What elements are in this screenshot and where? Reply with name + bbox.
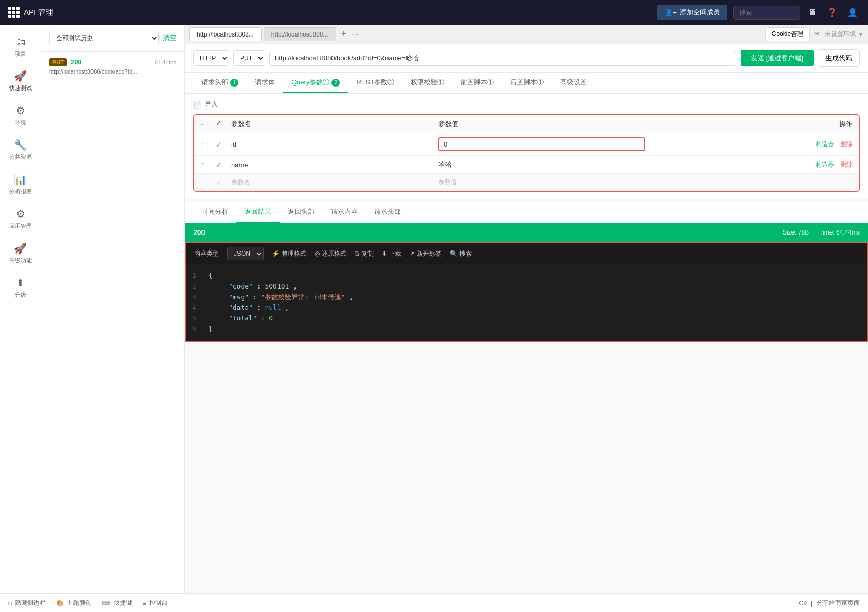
sidebar-item-upgrade[interactable]: ⬆ 升级 (3, 272, 38, 304)
url-input[interactable] (269, 51, 736, 66)
request-tabs: 请求头部1 请求体 Query参数①2 REST参数① 权限校验① 前置脚本① … (185, 73, 868, 94)
format-button[interactable]: ⚡ 整理格式 (272, 249, 306, 258)
tab-request-headers[interactable]: 请求头部1 (193, 73, 247, 93)
add-check[interactable]: ✓ (216, 178, 231, 187)
param-actions-id: 构造器 删除 (645, 140, 853, 149)
param-value-id[interactable]: 0 (438, 137, 645, 151)
env-icon: ⚙ (16, 104, 25, 117)
add-member-button[interactable]: 👤+ 添加空间成员 (657, 5, 727, 20)
sidebar-item-analytics[interactable]: 📊 分析报表 (3, 168, 38, 201)
method-select[interactable]: PUT (233, 50, 265, 66)
advanced-icon: 🚀 (14, 242, 27, 255)
grid-icon (8, 7, 20, 18)
history-select[interactable]: 全部测试历史 (49, 31, 159, 45)
sidebar-item-project[interactable]: 🗂 项目 (3, 31, 38, 63)
clear-button[interactable]: 清空 (163, 33, 176, 43)
sidebar-item-public-res[interactable]: 🔧 公共资源 (3, 134, 38, 166)
search-button[interactable]: 🔍 搜索 (450, 249, 472, 258)
logo: API 管理 (8, 7, 53, 18)
param-action-header: 操作 (645, 119, 853, 129)
code-line-2: 2 "code" : 500101 , (192, 281, 861, 292)
tab-bar-right: Cookie管理 👁 未设置环境 ▼ (765, 27, 864, 41)
share-text[interactable]: 分享给商家页面 (817, 599, 860, 607)
hide-sidebar-item[interactable]: □ 隐藏侧边栏 (8, 599, 46, 607)
copy-button[interactable]: ⧉ 复制 (355, 249, 374, 258)
sidebar-item-quick-test[interactable]: 🚀 快速测试 (3, 65, 38, 97)
delete-button-id[interactable]: 删除 (840, 140, 853, 149)
code-line-6: 6 } (192, 324, 861, 335)
history-item[interactable]: PUT 200 64.44ms http://localhost:8080/bo… (41, 52, 184, 81)
status-badge: 200 (71, 59, 81, 66)
code-area: 1 { 2 "code" : 500101 , 3 "msg" : (185, 264, 868, 342)
shortcuts-item[interactable]: ⌨ 快捷键 (102, 599, 132, 607)
tab-return-result[interactable]: 返回结果 (236, 202, 280, 223)
add-param-value-placeholder[interactable]: 参数值 (438, 178, 645, 187)
constructor-button-name[interactable]: 构造器 (816, 160, 834, 169)
gen-code-button[interactable]: 生成代码 (818, 49, 860, 67)
tab-time-analysis[interactable]: 时间分析 (193, 202, 236, 223)
param-name-name: name (231, 161, 438, 169)
drag-handle[interactable]: ≡ (200, 160, 216, 169)
restore-button[interactable]: ◎ 还原格式 (315, 249, 346, 258)
drag-handle[interactable]: ≡ (200, 140, 216, 149)
tab-more-button[interactable]: ··· (352, 30, 358, 39)
top-nav: API 管理 👤+ 添加空间成员 🖥 ❓ 👤 (0, 0, 868, 25)
content-type-select[interactable]: JSON (227, 247, 264, 260)
sidebar-item-app-mgr[interactable]: ⚙ 应用管理 (3, 203, 38, 235)
console-item[interactable]: ≡ 控制台 (142, 599, 168, 607)
public-res-icon: 🔧 (14, 139, 27, 151)
response-section: 时间分析 返回结果 返回头部 请求内容 请求头部 200 Size: 78 (185, 202, 868, 342)
download-button[interactable]: ⬇ 下载 (382, 249, 401, 258)
app-mgr-icon: ⚙ (16, 208, 25, 220)
tab-request-body[interactable]: 请求体 (247, 73, 283, 93)
protocol-select[interactable]: HTTP (193, 50, 229, 66)
check-box[interactable]: ✓ (216, 140, 231, 149)
new-tab-button[interactable]: ↗ 新开标签 (410, 249, 441, 258)
check-box[interactable]: ✓ (216, 160, 231, 169)
tab-add-button[interactable]: + (338, 29, 350, 40)
delete-button-name[interactable]: 删除 (840, 160, 853, 169)
import-row[interactable]: 📄 导入 (193, 100, 860, 109)
analytics-icon: 📊 (14, 173, 27, 186)
response-status-code: 200 (193, 228, 205, 237)
sidebar-item-env[interactable]: ⚙ 环境 (3, 99, 38, 132)
tab-item-2[interactable]: http://localhost:808... (264, 27, 336, 41)
help-icon-button[interactable]: ❓ (825, 6, 839, 20)
tab-post-script[interactable]: 后置脚本① (502, 73, 552, 93)
left-panel: 全部测试历史 清空 PUT 200 64.44ms http://localho… (41, 25, 185, 593)
project-icon: 🗂 (15, 36, 26, 48)
method-badge: PUT (49, 58, 67, 66)
tab-rest-params[interactable]: REST参数① (348, 73, 402, 93)
tab-auth[interactable]: 权限校验① (402, 73, 452, 93)
tab-request-content[interactable]: 请求内容 (323, 202, 366, 223)
code-line-4: 4 "data" : null , (192, 302, 861, 313)
tab-advanced-settings[interactable]: 高级设置 (552, 73, 595, 93)
user-icon-button[interactable]: 👤 (845, 6, 860, 20)
request-bar: HTTP PUT 发送 [通过客户端] 生成代码 (185, 44, 868, 73)
send-button[interactable]: 发送 [通过客户端] (741, 50, 814, 66)
console-icon: ≡ (142, 600, 146, 607)
tab-return-headers[interactable]: 返回头部 (280, 202, 323, 223)
cookie-button[interactable]: Cookie管理 (765, 27, 810, 41)
theme-icon: 🎨 (56, 600, 64, 607)
tab-query-params[interactable]: Query参数①2 (283, 73, 348, 93)
env-select[interactable]: 未设置环境 ▼ (825, 30, 864, 39)
tab-pre-script[interactable]: 前置脚本① (452, 73, 502, 93)
theme-item[interactable]: 🎨 主题颜色 (56, 599, 91, 607)
param-name-id: id (231, 140, 438, 148)
tab-request-headers-resp[interactable]: 请求头部 (366, 202, 409, 223)
tab-item-1[interactable]: http://localhost:808... (189, 27, 262, 41)
sidebar-item-advanced[interactable]: 🚀 高级功能 (3, 237, 38, 269)
monitor-icon-button[interactable]: 🖥 (806, 6, 819, 19)
table-row: ≡ ✓ name 哈哈 构造器 删除 (194, 156, 859, 174)
history-url: http://localhost:8080/book/add?id... (49, 68, 176, 75)
constructor-button-id[interactable]: 构造器 (816, 140, 834, 149)
add-param-row: ✓ 参数名 参数值 (194, 174, 859, 191)
param-value-header: 参数值 (438, 119, 645, 129)
content-type-label: 内容类型 (194, 249, 219, 258)
search-input[interactable] (733, 6, 800, 20)
eye-icon: 👁 (814, 30, 821, 38)
add-param-name-placeholder[interactable]: 参数名 (231, 178, 438, 187)
history-item-top: PUT 200 64.44ms (49, 58, 176, 66)
bottom-bar-right: C9 | 分享给商家页面 (799, 599, 860, 607)
